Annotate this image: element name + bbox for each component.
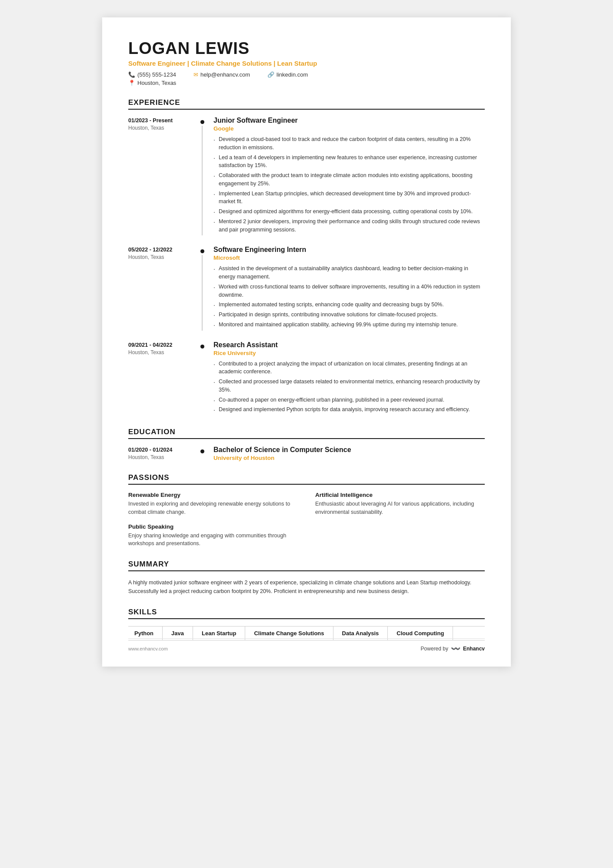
bullet-item: Implemented automated testing scripts, e… bbox=[213, 301, 485, 309]
bullet-item: Collaborated with the product team to in… bbox=[213, 171, 485, 188]
exp-location: Houston, Texas bbox=[128, 254, 193, 260]
exp-job-title: Research Assistant bbox=[213, 341, 485, 349]
bullet-item: Co-authored a paper on energy-efficient … bbox=[213, 396, 485, 404]
location-value: Houston, Texas bbox=[137, 80, 176, 86]
bullet-item: Worked with cross-functional teams to de… bbox=[213, 283, 485, 299]
email-value: help@enhancv.com bbox=[200, 71, 250, 78]
exp-details: Software Engineering Intern Microsoft As… bbox=[207, 246, 485, 330]
education-section: EDUCATION 01/2020 - 01/2024 Houston, Tex… bbox=[128, 428, 485, 461]
passion-title: Renewable Energy bbox=[128, 492, 298, 498]
contact-row: 📞 (555) 555-1234 ✉ help@enhancv.com 🔗 li… bbox=[128, 71, 485, 78]
location-icon: 📍 bbox=[128, 80, 135, 86]
summary-section: SUMMARY A highly motivated junior softwa… bbox=[128, 560, 485, 596]
bullet-item: Assisted in the development of a sustain… bbox=[213, 265, 485, 281]
exp-company-name: Google bbox=[213, 125, 485, 132]
edu-date: 01/2020 - 01/2024 bbox=[128, 447, 193, 453]
phone-value: (555) 555-1234 bbox=[137, 71, 176, 78]
passion-title: Public Speaking bbox=[128, 523, 298, 530]
exp-company-name: Microsoft bbox=[213, 255, 485, 261]
enhancv-logo-icon: 〰️ bbox=[451, 644, 460, 654]
resume-page: LOGAN LEWIS Software Engineer | Climate … bbox=[102, 17, 511, 667]
exp-company-name: Rice University bbox=[213, 350, 485, 356]
exp-job-title: Junior Software Engineer bbox=[213, 117, 485, 124]
bullet-item: Participated in design sprints, contribu… bbox=[213, 311, 485, 319]
passions-grid: Renewable Energy Invested in exploring a… bbox=[128, 492, 485, 548]
exp-location: Houston, Texas bbox=[128, 349, 193, 355]
edu-school-name: University of Houston bbox=[213, 455, 485, 461]
passion-title: Artificial Intelligence bbox=[315, 492, 485, 498]
timeline-dot bbox=[200, 120, 204, 124]
brand-name: Enhancv bbox=[463, 646, 485, 652]
location-row: 📍 Houston, Texas bbox=[128, 80, 485, 86]
bullet-item: Mentored 2 junior developers, improving … bbox=[213, 218, 485, 234]
passion-item: Artificial Intelligence Enthusiastic abo… bbox=[315, 492, 485, 516]
skills-section-title: SKILLS bbox=[128, 608, 485, 619]
bullet-item: Implemented Lean Startup principles, whi… bbox=[213, 190, 485, 206]
experience-item: 05/2022 - 12/2022 Houston, Texas Softwar… bbox=[128, 246, 485, 330]
experience-list: 01/2023 - Present Houston, Texas Junior … bbox=[128, 117, 485, 416]
education-item: 01/2020 - 01/2024 Houston, Texas Bachelo… bbox=[128, 446, 485, 461]
passion-item: Renewable Energy Invested in exploring a… bbox=[128, 492, 298, 516]
exp-bullets-list: Developed a cloud-based tool to track an… bbox=[213, 135, 485, 234]
footer-url: www.enhancv.com bbox=[128, 646, 168, 651]
linkedin-value: linkedin.com bbox=[277, 71, 308, 78]
email-contact: ✉ help@enhancv.com bbox=[193, 71, 250, 78]
bullet-item: Contributed to a project analyzing the i… bbox=[213, 360, 485, 376]
bullet-item: Collected and processed large datasets r… bbox=[213, 378, 485, 394]
edu-timeline bbox=[198, 446, 207, 461]
experience-section: EXPERIENCE 01/2023 - Present Houston, Te… bbox=[128, 98, 485, 416]
passion-description: Enjoy sharing knowledge and engaging wit… bbox=[128, 532, 298, 548]
skills-section: SKILLS PythonJavaLean StartupClimate Cha… bbox=[128, 608, 485, 640]
passion-description: Enthusiastic about leveraging AI for var… bbox=[315, 500, 485, 516]
experience-item: 01/2023 - Present Houston, Texas Junior … bbox=[128, 117, 485, 235]
experience-item: 09/2021 - 04/2022 Houston, Texas Researc… bbox=[128, 341, 485, 416]
bullet-item: Designed and optimized algorithms for en… bbox=[213, 208, 485, 216]
link-icon: 🔗 bbox=[267, 71, 274, 78]
exp-date-location: 05/2022 - 12/2022 Houston, Texas bbox=[128, 246, 198, 330]
exp-location: Houston, Texas bbox=[128, 125, 193, 131]
exp-timeline bbox=[198, 246, 207, 330]
header: LOGAN LEWIS Software Engineer | Climate … bbox=[128, 39, 485, 86]
education-list: 01/2020 - 01/2024 Houston, Texas Bachelo… bbox=[128, 446, 485, 461]
timeline-dot bbox=[200, 449, 204, 453]
exp-details: Junior Software Engineer Google Develope… bbox=[207, 117, 485, 235]
bullet-item: Developed a cloud-based tool to track an… bbox=[213, 135, 485, 152]
experience-section-title: EXPERIENCE bbox=[128, 98, 485, 110]
timeline-dot bbox=[200, 249, 204, 253]
phone-contact: 📞 (555) 555-1234 bbox=[128, 71, 176, 78]
exp-timeline bbox=[198, 117, 207, 235]
exp-bullets-list: Assisted in the development of a sustain… bbox=[213, 265, 485, 328]
exp-details: Research Assistant Rice University Contr… bbox=[207, 341, 485, 416]
exp-date: 05/2022 - 12/2022 bbox=[128, 247, 193, 253]
linkedin-contact: 🔗 linkedin.com bbox=[267, 71, 308, 78]
summary-text: A highly motivated junior software engin… bbox=[128, 578, 485, 596]
page-footer: www.enhancv.com Powered by 〰️ Enhancv bbox=[128, 638, 485, 654]
edu-details: Bachelor of Science in Computer Science … bbox=[207, 446, 485, 461]
summary-section-title: SUMMARY bbox=[128, 560, 485, 571]
timeline-dot bbox=[200, 345, 204, 349]
exp-bullets-list: Contributed to a project analyzing the i… bbox=[213, 360, 485, 414]
powered-by-label: Powered by bbox=[421, 646, 448, 652]
bullet-item: Led a team of 4 developers in implementi… bbox=[213, 154, 485, 170]
timeline-line bbox=[202, 255, 203, 330]
bullet-item: Designed and implemented Python scripts … bbox=[213, 406, 485, 414]
edu-degree: Bachelor of Science in Computer Science bbox=[213, 446, 485, 454]
candidate-name: LOGAN LEWIS bbox=[128, 39, 485, 58]
exp-timeline bbox=[198, 341, 207, 416]
candidate-subtitle: Software Engineer | Climate Change Solut… bbox=[128, 60, 485, 67]
email-icon: ✉ bbox=[193, 71, 198, 78]
passions-section-title: PASSIONS bbox=[128, 473, 485, 485]
edu-location: Houston, Texas bbox=[128, 454, 193, 460]
passions-section: PASSIONS Renewable Energy Invested in ex… bbox=[128, 473, 485, 548]
bullet-item: Monitored and maintained application sta… bbox=[213, 321, 485, 329]
exp-job-title: Software Engineering Intern bbox=[213, 246, 485, 254]
phone-icon: 📞 bbox=[128, 71, 135, 78]
edu-date-location: 01/2020 - 01/2024 Houston, Texas bbox=[128, 446, 198, 461]
exp-date-location: 09/2021 - 04/2022 Houston, Texas bbox=[128, 341, 198, 416]
education-section-title: EDUCATION bbox=[128, 428, 485, 439]
timeline-line bbox=[202, 126, 203, 235]
exp-date: 09/2021 - 04/2022 bbox=[128, 342, 193, 348]
passion-description: Invested in exploring and developing ren… bbox=[128, 500, 298, 516]
exp-date-location: 01/2023 - Present Houston, Texas bbox=[128, 117, 198, 235]
exp-date: 01/2023 - Present bbox=[128, 117, 193, 124]
